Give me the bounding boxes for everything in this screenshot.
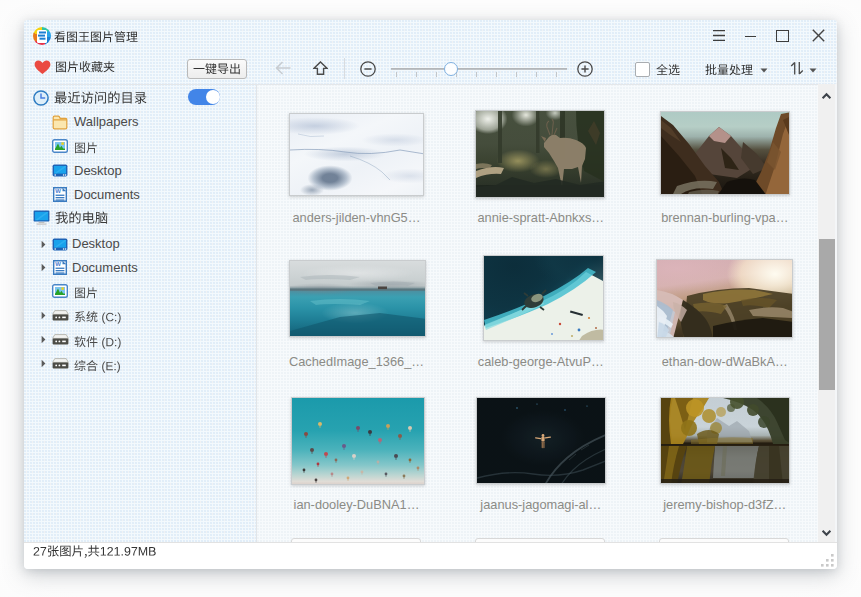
svg-text:W: W — [55, 188, 61, 194]
svg-text:W: W — [55, 262, 61, 268]
